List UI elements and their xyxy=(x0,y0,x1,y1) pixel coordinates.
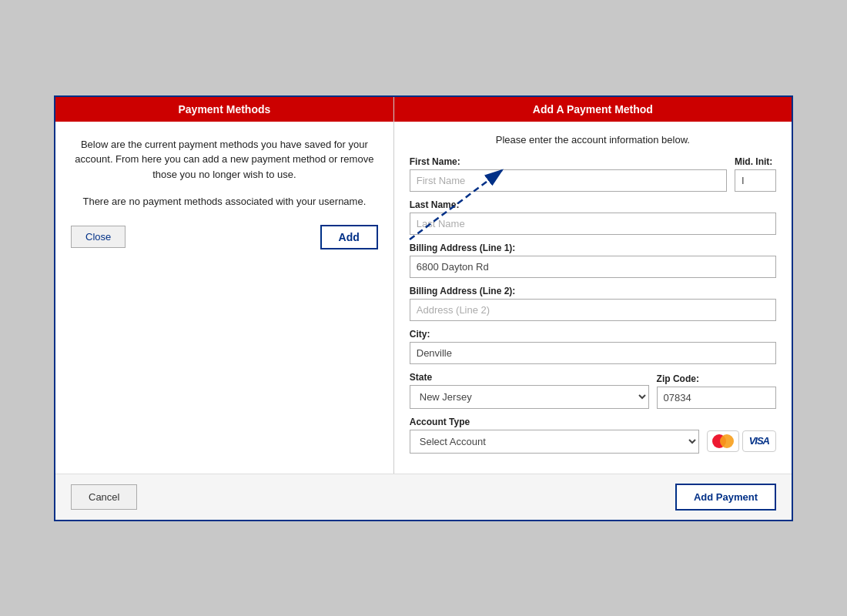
intro-text: Please enter the account information bel… xyxy=(410,134,776,146)
billing2-label: Billing Address (Line 2): xyxy=(410,286,776,296)
city-input[interactable] xyxy=(410,342,776,364)
left-buttons: Close Add xyxy=(71,225,378,257)
left-panel: Payment Methods Below are the current pa… xyxy=(55,97,394,474)
left-panel-header: Payment Methods xyxy=(55,97,393,122)
billing2-group: Billing Address (Line 2): xyxy=(410,286,776,321)
city-group: City: xyxy=(410,329,776,364)
right-panel: Add A Payment Method Please enter the ac… xyxy=(394,97,792,474)
close-button[interactable]: Close xyxy=(71,226,126,248)
cancel-button[interactable]: Cancel xyxy=(71,484,137,510)
billing2-input[interactable] xyxy=(410,299,776,321)
first-name-row: First Name: Mid. Init: xyxy=(410,156,776,192)
account-type-group: Account Type Select Account MasterCard V… xyxy=(410,417,699,454)
billing1-group: Billing Address (Line 1): xyxy=(410,243,776,278)
mid-init-label: Mid. Init: xyxy=(735,156,776,167)
state-select[interactable]: New Jersey xyxy=(410,385,649,409)
add-payment-button[interactable]: Add Payment xyxy=(675,484,776,511)
account-type-row: Account Type Select Account MasterCard V… xyxy=(410,417,776,454)
description-text: Below are the current payment methods yo… xyxy=(71,137,378,182)
panels-wrapper: Payment Methods Below are the current pa… xyxy=(55,97,792,474)
zip-group: Zip Code: xyxy=(657,373,776,409)
last-name-group: Last Name: xyxy=(410,199,776,235)
billing1-input[interactable] xyxy=(410,256,776,278)
state-group: State New Jersey xyxy=(410,372,649,409)
main-container: Payment Methods Below are the current pa… xyxy=(54,95,793,521)
card-icons: VISA xyxy=(707,430,776,454)
account-type-select[interactable]: Select Account MasterCard Visa xyxy=(410,430,699,454)
first-name-input[interactable] xyxy=(410,169,727,192)
mastercard-icon xyxy=(707,430,739,452)
right-panel-header: Add A Payment Method xyxy=(394,97,792,122)
bottom-actions: Cancel Add Payment xyxy=(55,474,792,520)
state-zip-row: State New Jersey Zip Code: xyxy=(410,372,776,409)
state-label: State xyxy=(410,372,649,383)
add-button[interactable]: Add xyxy=(320,225,378,249)
city-label: City: xyxy=(410,329,776,340)
mid-init-input[interactable] xyxy=(735,169,776,192)
account-type-label: Account Type xyxy=(410,417,699,427)
first-name-group: First Name: xyxy=(410,156,727,192)
right-content: Please enter the account information bel… xyxy=(394,122,792,474)
mid-init-group: Mid. Init: xyxy=(735,156,776,192)
last-name-label: Last Name: xyxy=(410,199,776,210)
first-name-label: First Name: xyxy=(410,156,727,167)
zip-label: Zip Code: xyxy=(657,373,776,384)
panels: Payment Methods Below are the current pa… xyxy=(55,97,792,474)
left-content: Below are the current payment methods yo… xyxy=(55,122,393,474)
visa-icon: VISA xyxy=(742,430,776,452)
zip-input[interactable] xyxy=(657,387,776,409)
no-methods-text: There are no payment methods associated … xyxy=(71,194,378,209)
last-name-input[interactable] xyxy=(410,213,776,235)
billing1-label: Billing Address (Line 1): xyxy=(410,243,776,253)
